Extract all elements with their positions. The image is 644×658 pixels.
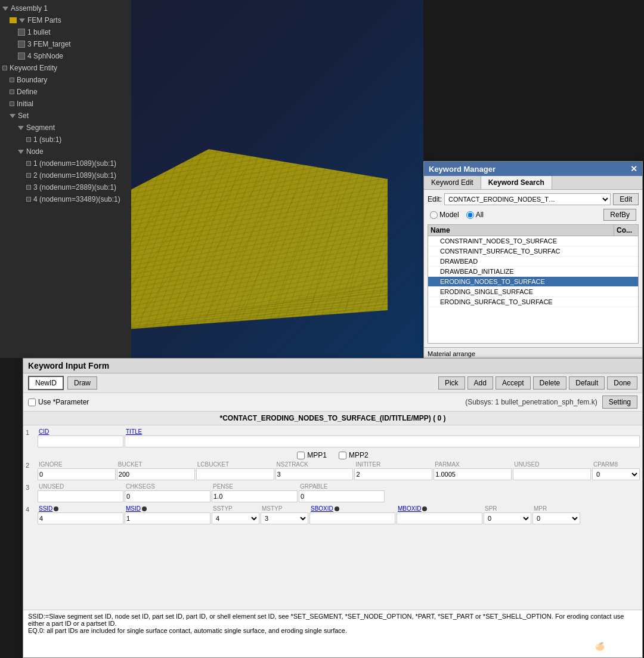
- field-label-cparm8: CPARM8: [592, 461, 640, 468]
- tree-item-define[interactable]: Define: [0, 86, 131, 98]
- tree-label: 4 (nodenum=33489)(sub:1): [33, 194, 120, 205]
- field-input-mboxid[interactable]: [397, 512, 482, 524]
- tree-item-segment-1[interactable]: 1 (sub:1): [0, 134, 131, 146]
- tree-item-fem-target[interactable]: 3 FEM_target: [0, 38, 131, 50]
- field-input-inititer[interactable]: [354, 468, 432, 480]
- row-num-1: 1: [26, 428, 35, 436]
- field-label-cid[interactable]: CID: [38, 428, 123, 435]
- list-item[interactable]: DRAWBEAD_INITIALIZE: [428, 267, 638, 277]
- tree-item-keyword-entity[interactable]: Keyword Entity: [0, 62, 131, 74]
- checkbox-icon[interactable]: [18, 41, 25, 48]
- mpp2-checkbox[interactable]: [339, 452, 346, 459]
- tree-item-node[interactable]: Node: [0, 146, 131, 157]
- newid-button[interactable]: NewID: [28, 376, 64, 390]
- mpp2-label[interactable]: MPP2: [339, 451, 369, 459]
- km-edit-button[interactable]: Edit: [613, 193, 639, 205]
- pick-button[interactable]: Pick: [438, 376, 465, 390]
- tree-item-initial[interactable]: Initial: [0, 98, 131, 110]
- tree-label: Boundary: [17, 75, 47, 85]
- kif-fields-4: SSID MSID SSTYP 4 MSTYP 3 SBOXID: [38, 505, 640, 524]
- checkbox-icon[interactable]: [18, 52, 25, 60]
- field-label-sboxid[interactable]: SBOXID: [309, 505, 395, 512]
- field-input-chksegs[interactable]: [125, 490, 210, 502]
- field-input-ignore[interactable]: [38, 468, 116, 480]
- field-label-ssid[interactable]: SSID: [38, 505, 123, 512]
- field-input-sboxid[interactable]: [309, 512, 395, 524]
- delete-button[interactable]: Delete: [533, 376, 567, 390]
- kif-row-4: 4 SSID MSID SSTYP 4 MSTYP 3: [26, 505, 640, 524]
- km-list[interactable]: CONSTRAINT_NODES_TO_SURFACE CONSTRAINT_S…: [428, 236, 639, 344]
- tab-keyword-edit[interactable]: Keyword Edit: [424, 176, 481, 189]
- field-inititer: INITITER: [354, 461, 432, 480]
- field-label-mstyp: MSTYP: [261, 505, 308, 512]
- field-label-msid[interactable]: MSID: [125, 505, 210, 512]
- tree-item-sphnode[interactable]: 4 SphNode: [0, 50, 131, 62]
- checkbox-icon[interactable]: [18, 29, 25, 36]
- list-item[interactable]: CONSTRAINT_SURFACE_TO_SURFAC: [428, 246, 638, 257]
- field-input-bucket[interactable]: [117, 468, 195, 480]
- field-label-mboxid[interactable]: MBOXID: [397, 505, 482, 512]
- km-edit-select[interactable]: CONTACT_ERODING_NODES_T…: [444, 193, 611, 205]
- field-input-unused2[interactable]: [38, 490, 123, 502]
- kif-form-title: *CONTACT_ERODING_NODES_TO_SURFACE_(ID/TI…: [23, 412, 642, 425]
- field-label-bucket: BUCKET: [117, 461, 195, 468]
- draw-button[interactable]: Draw: [67, 376, 97, 390]
- tree-item-set[interactable]: Set: [0, 110, 131, 122]
- tab-keyword-search[interactable]: Keyword Search: [481, 176, 552, 189]
- field-input-pense[interactable]: [212, 490, 298, 502]
- small-square-icon: [10, 78, 14, 82]
- default-button[interactable]: Default: [569, 376, 605, 390]
- tree-item-node-1[interactable]: 1 (nodenum=1089)(sub:1): [0, 157, 131, 169]
- use-parameter-checkbox[interactable]: [28, 398, 36, 406]
- field-input-msid[interactable]: [125, 512, 210, 524]
- radio-model-label[interactable]: Model: [430, 211, 459, 219]
- tree-item-node-4[interactable]: 4 (nodenum=33489)(sub:1): [0, 193, 131, 205]
- field-input-grpable[interactable]: [299, 490, 385, 502]
- list-item[interactable]: CONSTRAINT_NODES_TO_SURFACE: [428, 236, 638, 246]
- field-select-spr[interactable]: 0: [484, 512, 531, 524]
- field-input-lcbucket[interactable]: [196, 468, 274, 480]
- field-label-mpr: MPR: [532, 505, 580, 512]
- accept-button[interactable]: Accept: [496, 376, 531, 390]
- field-select-mpr[interactable]: 0: [532, 512, 580, 524]
- field-input-ssid[interactable]: [38, 512, 123, 524]
- field-input-cid[interactable]: [38, 435, 123, 447]
- arrow-down-icon: [19, 18, 25, 23]
- field-label-title[interactable]: TITLE: [125, 428, 640, 435]
- field-label-parmax: PARMAX: [434, 461, 512, 468]
- field-parmax: PARMAX: [434, 461, 512, 480]
- tree-item-assembly[interactable]: Assembly 1: [0, 2, 131, 14]
- tree-item-boundary[interactable]: Boundary: [0, 74, 131, 86]
- tree-item-node-2[interactable]: 2 (nodenum=1089)(sub:1): [0, 169, 131, 181]
- add-button[interactable]: Add: [467, 376, 493, 390]
- radio-all[interactable]: [466, 211, 474, 219]
- tree-label: 1 (sub:1): [33, 134, 61, 145]
- field-select-sstyp[interactable]: 4: [212, 512, 259, 524]
- list-item[interactable]: DRAWBEAD: [428, 257, 638, 267]
- list-item-selected[interactable]: ERODING_NODES_TO_SURFACE: [428, 277, 638, 287]
- field-select-mstyp[interactable]: 3: [261, 512, 308, 524]
- field-label-grpable: GRPABLE: [299, 483, 385, 490]
- field-input-ns2track[interactable]: [275, 468, 354, 480]
- field-input-title[interactable]: [125, 435, 640, 447]
- close-icon[interactable]: ✕: [630, 164, 637, 174]
- mpp1-label[interactable]: MPP1: [297, 451, 327, 459]
- radio-model[interactable]: [430, 211, 438, 219]
- tree-item-fem-parts[interactable]: FEM Parts: [0, 14, 131, 26]
- list-item[interactable]: ERODING_SURFACE_TO_SURFACE: [428, 297, 638, 307]
- use-parameter-label[interactable]: Use *Parameter: [28, 398, 89, 406]
- watermark: 🍊 某果仿真: [595, 641, 638, 652]
- setting-button[interactable]: Setting: [602, 396, 637, 409]
- field-input-unused[interactable]: [513, 468, 591, 480]
- tree-item-node-3[interactable]: 3 (nodenum=2889)(sub:1): [0, 181, 131, 193]
- tree-item-bullet[interactable]: 1 bullet: [0, 26, 131, 38]
- list-item[interactable]: ERODING_SINGLE_SURFACE: [428, 287, 638, 297]
- done-button[interactable]: Done: [607, 376, 637, 390]
- field-select-cparm8[interactable]: 0: [592, 468, 640, 480]
- row-num-2: 2: [26, 461, 35, 469]
- field-input-parmax[interactable]: [434, 468, 512, 480]
- mpp1-checkbox[interactable]: [297, 452, 305, 459]
- refby-button[interactable]: RefBy: [603, 209, 636, 221]
- radio-all-label[interactable]: All: [466, 211, 484, 219]
- tree-item-segment[interactable]: Segment: [0, 122, 131, 134]
